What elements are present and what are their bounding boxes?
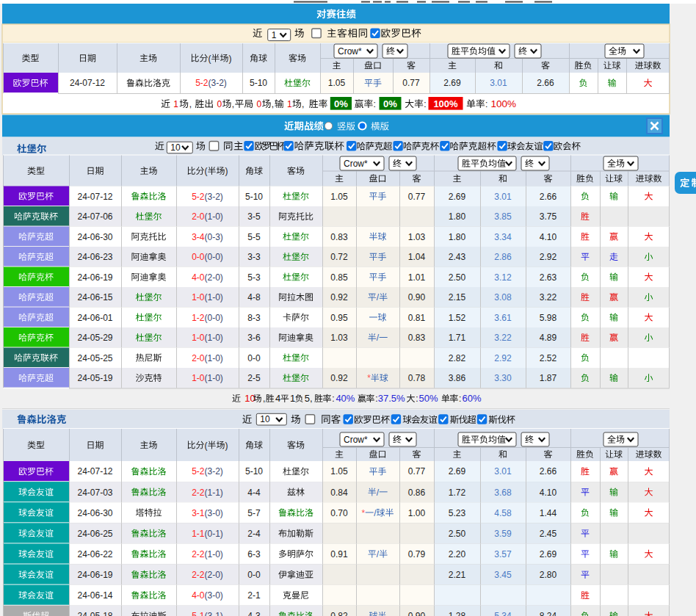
- svg-text:5-7: 5-7: [247, 508, 261, 518]
- svg-text:,: ,: [189, 99, 192, 109]
- svg-text:): ): [225, 441, 228, 451]
- svg-text:0.86: 0.86: [408, 488, 426, 498]
- svg-text:24-07-06: 24-07-06: [77, 211, 112, 222]
- svg-text:1: 1: [173, 99, 178, 109]
- svg-text:Crow*: Crow*: [338, 46, 362, 57]
- svg-text:24-06-22: 24-06-22: [77, 549, 112, 559]
- svg-text:24-05-18: 24-05-18: [77, 611, 112, 616]
- svg-text:0.90: 0.90: [408, 292, 426, 302]
- svg-text:2.66: 2.66: [537, 78, 554, 88]
- svg-text:(3-2): (3-2): [209, 78, 227, 88]
- svg-text:2.69: 2.69: [443, 78, 461, 88]
- svg-text:2-0: 2-0: [192, 353, 205, 363]
- svg-text:2.43: 2.43: [449, 252, 466, 262]
- svg-text:0: 0: [257, 99, 262, 109]
- svg-text:3.86: 3.86: [449, 373, 466, 383]
- svg-text:(3-1): (3-1): [205, 611, 223, 616]
- svg-text:5-2: 5-2: [195, 78, 209, 88]
- svg-text:3-6: 3-6: [247, 333, 261, 343]
- svg-text:2-2: 2-2: [192, 488, 205, 498]
- svg-text:1.71: 1.71: [449, 333, 466, 343]
- svg-text:(3-2): (3-2): [205, 192, 223, 202]
- svg-text:(3-0): (3-0): [205, 590, 223, 601]
- svg-text:0.83: 0.83: [408, 333, 426, 343]
- svg-text:1.87: 1.87: [540, 373, 557, 383]
- svg-text:1-0: 1-0: [192, 292, 205, 302]
- svg-text:0.82: 0.82: [330, 611, 348, 616]
- svg-text:1.72: 1.72: [449, 488, 466, 498]
- svg-text:4.10: 4.10: [540, 232, 557, 242]
- svg-text:*: *: [361, 508, 365, 518]
- svg-text:0.78: 0.78: [408, 373, 426, 383]
- svg-text:(1-0): (1-0): [205, 549, 223, 559]
- svg-text:2.50: 2.50: [449, 272, 466, 283]
- svg-text:,: ,: [263, 394, 265, 404]
- svg-text::: :: [325, 99, 327, 109]
- svg-text:2-2: 2-2: [192, 570, 205, 580]
- svg-text::: :: [485, 99, 487, 109]
- svg-text:100%: 100%: [490, 98, 516, 109]
- svg-text:2.52: 2.52: [540, 353, 557, 363]
- svg-text:1.04: 1.04: [408, 252, 426, 262]
- svg-text:,: ,: [302, 99, 304, 109]
- svg-text:2-5: 2-5: [247, 373, 261, 383]
- svg-text:0.95: 0.95: [330, 313, 348, 323]
- svg-text:1.00: 1.00: [408, 508, 426, 518]
- svg-text:Crow*: Crow*: [344, 159, 368, 169]
- svg-text:0.77: 0.77: [408, 192, 426, 202]
- svg-text:3-4: 3-4: [192, 232, 205, 242]
- svg-text:4-0: 4-0: [192, 272, 205, 283]
- svg-text:3-3: 3-3: [247, 252, 261, 262]
- svg-text:1: 1: [290, 393, 295, 404]
- svg-text:2.69: 2.69: [540, 549, 557, 559]
- svg-text:2.66: 2.66: [540, 192, 557, 202]
- svg-text:3.30: 3.30: [494, 373, 512, 383]
- svg-text:(2-0): (2-0): [205, 272, 223, 283]
- svg-text:0-0: 0-0: [192, 252, 205, 262]
- svg-text:4-4: 4-4: [247, 488, 261, 498]
- svg-text:3.12: 3.12: [494, 272, 512, 283]
- svg-text:(1-0): (1-0): [205, 211, 223, 222]
- svg-text::: :: [332, 394, 334, 404]
- svg-text:0.77: 0.77: [408, 466, 426, 477]
- svg-text:4-8: 4-8: [247, 292, 261, 302]
- svg-text:1.03: 1.03: [330, 333, 348, 343]
- svg-text::: :: [416, 394, 418, 404]
- svg-text:2.66: 2.66: [540, 466, 557, 477]
- svg-text:2.50: 2.50: [449, 529, 466, 539]
- svg-text:3.61: 3.61: [494, 313, 512, 323]
- svg-text:24-05-19: 24-05-19: [77, 373, 112, 383]
- svg-text:5.34: 5.34: [494, 611, 512, 616]
- svg-text:0: 0: [217, 99, 222, 109]
- svg-text:0.83: 0.83: [330, 232, 348, 242]
- svg-text:24-06-30: 24-06-30: [77, 232, 112, 242]
- svg-text:1.05: 1.05: [330, 466, 348, 477]
- svg-text:0.72: 0.72: [330, 252, 348, 262]
- svg-text:10: 10: [244, 393, 255, 404]
- svg-text:5-2: 5-2: [192, 466, 205, 477]
- svg-text:24-06-01: 24-06-01: [77, 313, 112, 323]
- svg-text:2.15: 2.15: [449, 292, 466, 302]
- svg-text:0.84: 0.84: [330, 488, 348, 498]
- svg-text:3.75: 3.75: [540, 211, 557, 222]
- svg-text:(0-0): (0-0): [205, 313, 223, 323]
- svg-text:60%: 60%: [463, 393, 482, 404]
- svg-text:3.01: 3.01: [490, 78, 507, 88]
- svg-text:24-06-23: 24-06-23: [77, 252, 112, 262]
- svg-text:1.52: 1.52: [449, 313, 466, 323]
- svg-text:2.86: 2.86: [494, 252, 512, 262]
- svg-text:24-07-03: 24-07-03: [77, 488, 112, 498]
- svg-text::: :: [424, 99, 426, 109]
- svg-text:24-07-12: 24-07-12: [77, 192, 112, 202]
- svg-text:24-06-19: 24-06-19: [77, 272, 112, 283]
- svg-text:0%: 0%: [383, 98, 397, 109]
- svg-text::: :: [459, 394, 461, 404]
- svg-text:): ): [225, 166, 228, 176]
- svg-text:1.28: 1.28: [449, 611, 466, 616]
- svg-text:24-06-19: 24-06-19: [77, 570, 112, 580]
- svg-text:2.92: 2.92: [494, 353, 512, 363]
- svg-text:(: (: [205, 441, 208, 451]
- svg-text:1.44: 1.44: [540, 508, 557, 518]
- svg-text:(1-1): (1-1): [205, 488, 223, 498]
- svg-text:3.57: 3.57: [494, 549, 512, 559]
